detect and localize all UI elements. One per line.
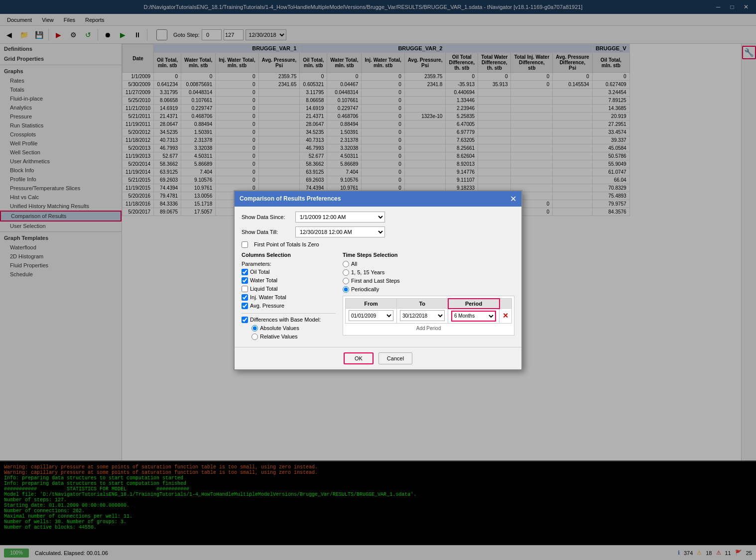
time-steps-section: Time Steps Selection All 1, 5, 15 Years …	[343, 252, 514, 342]
param-oil-total: Oil Total	[242, 269, 336, 275]
show-since-label: Show Data Since:	[242, 214, 291, 220]
param-liquid-checkbox[interactable]	[242, 286, 248, 292]
differences-checkbox[interactable]	[242, 317, 248, 323]
show-till-label: Show Data Till:	[242, 229, 291, 235]
ts-all-radio[interactable]	[343, 261, 349, 267]
param-water-checkbox[interactable]	[242, 277, 248, 284]
del-header	[500, 299, 512, 309]
modal-body: Show Data Since: 1/1/2009 12:00 AM Show …	[235, 207, 521, 347]
modal-overlay: Comparison of Results Preferences ✕ Show…	[0, 0, 756, 560]
absolute-radio[interactable]	[252, 325, 258, 332]
param-avg-pressure-checkbox[interactable]	[242, 303, 248, 309]
to-date-select[interactable]: 30/12/2018	[400, 310, 445, 321]
modal-footer: OK Cancel	[235, 347, 521, 369]
first-point-checkbox[interactable]	[242, 241, 248, 248]
show-data-till-row: Show Data Till: 12/30/2018 12:00 AM	[242, 226, 514, 237]
to-cell: 30/12/2018	[397, 309, 448, 324]
param-inj-water: Inj. Water Total	[242, 294, 336, 301]
columns-section: Columns Selection Parameters: Oil Total …	[242, 252, 336, 342]
add-period-button[interactable]: Add Period	[345, 324, 512, 333]
param-liquid-total: Liquid Total	[242, 286, 336, 292]
ts-years-row: 1, 5, 15 Years	[343, 269, 514, 276]
ts-all-row: All	[343, 261, 514, 267]
ok-button[interactable]: OK	[344, 352, 374, 364]
modal-sections: Columns Selection Parameters: Oil Total …	[242, 252, 514, 342]
first-point-label: First Point of Totals Is Zero	[254, 241, 319, 247]
relative-radio[interactable]	[252, 334, 258, 340]
period-cell: 1 Month 2 Months 3 Months 6 Months 1 Yea…	[448, 309, 500, 324]
from-cell: 01/01/2009	[346, 309, 397, 324]
show-till-select[interactable]: 12/30/2018 12:00 AM	[295, 226, 385, 237]
modal-title-text: Comparison of Results Preferences	[240, 195, 341, 202]
modal-close-button[interactable]: ✕	[510, 194, 516, 204]
param-avg-pressure: Avg. Pressure	[242, 303, 336, 309]
differences-section: Differences with Base Model: Absolute Va…	[242, 313, 336, 340]
period-header: Period	[448, 299, 500, 309]
period-row: 01/01/2009 30/12/2018	[346, 309, 512, 324]
period-table-container: From To Period 01/0	[343, 296, 514, 336]
ts-years-radio[interactable]	[343, 269, 349, 276]
show-data-since-row: Show Data Since: 1/1/2009 12:00 AM	[242, 212, 514, 223]
param-water-total: Water Total	[242, 277, 336, 284]
params-label: Parameters:	[242, 261, 336, 267]
cancel-button[interactable]: Cancel	[378, 352, 412, 364]
modal-title-bar: Comparison of Results Preferences ✕	[235, 191, 521, 207]
modal-dialog: Comparison of Results Preferences ✕ Show…	[234, 190, 522, 370]
ts-first-last-radio[interactable]	[343, 278, 349, 284]
time-steps-title: Time Steps Selection	[343, 252, 514, 258]
absolute-values-row: Absolute Values	[252, 325, 336, 332]
param-oil-checkbox[interactable]	[242, 269, 248, 275]
columns-title: Columns Selection	[242, 252, 336, 258]
differences-label: Differences with Base Model:	[250, 317, 321, 323]
ts-first-last-row: First and Last Steps	[343, 278, 514, 284]
from-date-select[interactable]: 01/01/2009	[349, 310, 393, 321]
from-header: From	[346, 299, 397, 309]
ts-periodically-radio[interactable]	[343, 286, 349, 293]
period-table: From To Period 01/0	[345, 298, 512, 324]
param-inj-water-checkbox[interactable]	[242, 294, 248, 301]
show-since-select[interactable]: 1/1/2009 12:00 AM	[295, 212, 385, 223]
del-cell: ✕	[500, 309, 512, 324]
first-point-row: First Point of Totals Is Zero	[242, 241, 514, 248]
period-months-select[interactable]: 1 Month 2 Months 3 Months 6 Months 1 Yea…	[451, 311, 496, 322]
relative-values-row: Relative Values	[252, 334, 336, 340]
to-header: To	[397, 299, 448, 309]
ts-periodically-row: Periodically	[343, 286, 514, 293]
differences-checkbox-row: Differences with Base Model:	[242, 317, 336, 323]
delete-period-button[interactable]: ✕	[503, 312, 508, 320]
